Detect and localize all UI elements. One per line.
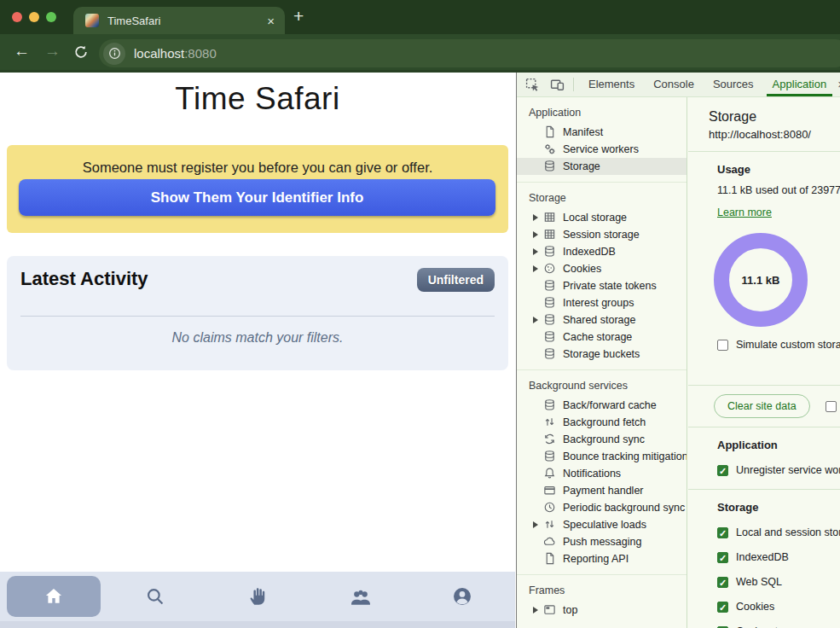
table-icon [543, 228, 557, 241]
devtools-tab-console[interactable]: Console [644, 73, 704, 96]
sidebar-item-cookies[interactable]: Cookies [517, 260, 686, 277]
sidebar-item-interest-groups[interactable]: Interest groups [517, 294, 686, 311]
divider [688, 151, 840, 152]
database-icon [543, 450, 557, 463]
storage-checkbox[interactable]: ✓ [717, 577, 728, 588]
devtools-toolbar: ElementsConsoleSourcesApplication × [517, 73, 840, 97]
sidebar-item-periodic-background-sync[interactable]: Periodic background sync [517, 499, 686, 516]
expand-arrow-icon[interactable] [533, 248, 543, 255]
expand-arrow-icon[interactable] [533, 265, 543, 272]
nav-item-person[interactable] [451, 585, 473, 608]
sidebar-item-label: Push messaging [563, 536, 641, 548]
sidebar-item-label: Notifications [563, 468, 621, 480]
tab-favicon [85, 14, 99, 27]
frame-icon [543, 603, 557, 617]
forward-button[interactable]: → [44, 42, 61, 61]
nav-item-people[interactable] [349, 585, 371, 608]
sidebar-item-shared-storage[interactable]: Shared storage [517, 311, 686, 329]
sidebar-item-label: Back/forward cache [563, 399, 657, 411]
sidebar-item-label: top [563, 604, 577, 616]
sidebar-item-private-state-tokens[interactable]: Private state tokens [517, 277, 686, 294]
sidebar-item-background-sync[interactable]: Background sync [517, 431, 686, 448]
expand-arrow-icon[interactable] [533, 317, 543, 323]
storage-checkbox-list: ✓Local and session storage✓IndexedDB✓Web… [688, 526, 840, 628]
learn-more-link[interactable]: Learn more [717, 206, 772, 218]
devtools-tab-elements[interactable]: Elements [579, 73, 644, 96]
sidebar-item-payment-handler[interactable]: Payment handler [517, 482, 686, 499]
nav-item-home-active[interactable] [7, 576, 101, 617]
simulate-quota-row: Simulate custom storage quota [717, 339, 840, 351]
storage-checkbox[interactable]: ✓ [717, 527, 728, 538]
database-icon [543, 330, 557, 344]
minimize-window-button[interactable] [29, 12, 39, 22]
expand-arrow-icon[interactable] [533, 607, 543, 613]
sidebar-item-indexeddb[interactable]: IndexedDB [517, 243, 686, 260]
people-icon [349, 597, 373, 612]
reload-button[interactable] [73, 44, 89, 64]
usage-text: 11.1 kB used out of 239779 MB storage qu… [717, 184, 840, 196]
inspect-element-icon[interactable] [525, 78, 540, 92]
latest-activity-card: Latest Activity Unfiltered No claims mat… [7, 256, 508, 370]
sidebar-item-label: Service workers [563, 143, 639, 155]
sidebar-item-service-workers[interactable]: Service workers [517, 141, 686, 158]
nav-item-hand[interactable] [246, 585, 269, 608]
database-icon [543, 398, 557, 412]
sidebar-item-notifications[interactable]: Notifications [517, 465, 686, 482]
show-identifier-info-button[interactable]: Show Them Your Identifier Info [19, 179, 495, 216]
sidebar-item-label: Interest groups [563, 297, 634, 309]
sidebar-item-storage-buckets[interactable]: Storage buckets [517, 346, 686, 363]
devtools-panel: ElementsConsoleSourcesApplication × Appl… [516, 73, 840, 628]
sidebar-item-label: Payment handler [563, 485, 644, 497]
sidebar-item-push-messaging[interactable]: Push messaging [517, 533, 686, 550]
storage-row-web-sql: ✓Web SQL [717, 576, 840, 588]
storage-label: Local and session storage [736, 526, 840, 538]
registration-alert: Someone must register you before you can… [7, 145, 508, 233]
sidebar-item-reporting-api[interactable]: Reporting API [517, 550, 686, 567]
expand-arrow-icon[interactable] [533, 521, 543, 528]
sidebar-item-label: Background sync [563, 433, 645, 445]
filter-badge[interactable]: Unfiltered [417, 268, 495, 292]
storage-checkbox[interactable]: ✓ [717, 552, 728, 563]
sidebar-item-speculative-loads[interactable]: Speculative loads [517, 516, 686, 533]
browser-tab-bar: TimeSafari × + [0, 0, 840, 34]
device-toolbar-icon[interactable] [550, 78, 565, 92]
third-party-cookies-checkbox[interactable] [826, 401, 837, 412]
usage-donut-label: 11.1 kB [742, 274, 780, 287]
sidebar-item-bounce-tracking-mitigations[interactable]: Bounce tracking mitigations [517, 448, 686, 465]
window-controls [12, 12, 56, 22]
devtools-tab-sources[interactable]: Sources [704, 73, 763, 96]
zoom-window-button[interactable] [46, 12, 56, 22]
sidebar-item-local-storage[interactable]: Local storage [517, 209, 686, 226]
sidebar-item-top[interactable]: top [517, 602, 686, 619]
expand-arrow-icon[interactable] [533, 231, 543, 238]
address-bar[interactable]: localhost:8080 [99, 39, 840, 67]
sidebar-section-title: Frames [517, 579, 686, 602]
nav-item-search[interactable] [144, 585, 166, 608]
storage-label: IndexedDB [736, 551, 789, 563]
browser-tab[interactable]: TimeSafari × [73, 7, 285, 34]
storage-row-indexeddb: ✓IndexedDB [717, 551, 840, 563]
application-checkbox[interactable]: ✓ [717, 465, 728, 476]
sidebar-item-back-forward-cache[interactable]: Back/forward cache [517, 397, 686, 414]
site-info-icon[interactable] [103, 43, 125, 65]
clear-site-data-button[interactable]: Clear site data [714, 394, 810, 418]
sidebar-item-manifest[interactable]: Manifest [517, 124, 686, 141]
storage-checkbox[interactable]: ✓ [717, 602, 728, 613]
usage-heading: Usage [717, 163, 840, 176]
sidebar-item-session-storage[interactable]: Session storage [517, 226, 686, 243]
simulate-quota-checkbox[interactable] [717, 340, 728, 351]
database-icon [543, 296, 557, 310]
devtools-tab-application[interactable]: Application [763, 73, 837, 96]
clock-icon [543, 501, 557, 515]
sidebar-item-storage[interactable]: Storage [517, 158, 686, 175]
sidebar-item-label: Cookies [563, 263, 601, 275]
sidebar-item-background-fetch[interactable]: Background fetch [517, 414, 686, 431]
new-tab-button[interactable]: + [293, 6, 304, 26]
expand-arrow-icon[interactable] [533, 214, 543, 221]
sidebar-item-cache-storage[interactable]: Cache storage [517, 329, 686, 346]
divider [688, 427, 840, 427]
back-button[interactable]: ← [14, 42, 30, 61]
card-icon [543, 484, 557, 497]
tab-close-icon[interactable]: × [267, 14, 275, 28]
close-window-button[interactable] [12, 12, 22, 22]
